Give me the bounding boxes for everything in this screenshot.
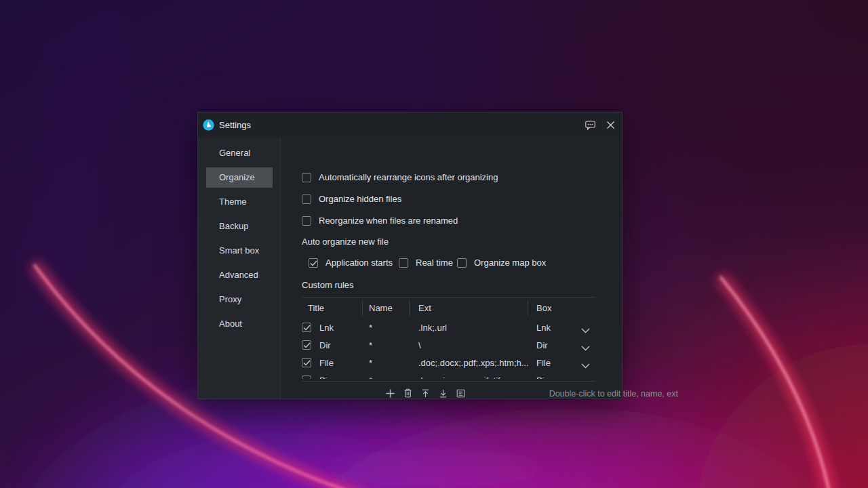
settings-sidebar: General Organize Theme Backup Smart box … <box>198 138 281 399</box>
close-button[interactable] <box>600 113 620 138</box>
table-row-clipped: Pic * .bmp;.jpg;.png;.gif;.tif Pic <box>302 372 595 379</box>
option-reorganize-renamed[interactable]: Reorganize when files are renamed <box>302 216 458 226</box>
table-rows: Lnk * .lnk;.url Lnk Dir * \ Dir File <box>302 319 595 379</box>
rule-box-select[interactable]: Dir <box>536 337 548 354</box>
close-icon <box>606 121 615 129</box>
option-application-starts[interactable]: Application starts <box>309 258 393 268</box>
option-label: Organize hidden files <box>319 194 401 204</box>
option-real-time[interactable]: Real time <box>399 258 453 268</box>
sidebar-item-proxy[interactable]: Proxy <box>198 287 281 312</box>
table-top-border <box>302 297 595 298</box>
rule-name: * <box>369 337 372 354</box>
settings-window: Settings General Organize Theme Backup S… <box>197 112 623 399</box>
feedback-bubble-icon <box>585 119 596 131</box>
rule-enabled-checkbox[interactable] <box>302 358 311 367</box>
sidebar-item-advanced[interactable]: Advanced <box>198 263 281 287</box>
option-label: Real time <box>416 258 453 268</box>
option-label: Automatically rearrange icons after orga… <box>319 172 498 182</box>
rule-box-select[interactable]: File <box>536 354 551 372</box>
rule-enabled-checkbox[interactable] <box>302 323 311 332</box>
rule-box-select[interactable]: Lnk <box>536 319 551 337</box>
column-header-box: Box <box>536 301 551 316</box>
organize-settings-panel: Automatically rearrange icons after orga… <box>281 138 622 399</box>
checkbox[interactable] <box>399 258 408 268</box>
table-row[interactable]: Dir * \ Dir <box>302 337 595 354</box>
sidebar-item-about[interactable]: About <box>198 312 281 336</box>
column-separator <box>409 300 410 316</box>
option-auto-rearrange[interactable]: Automatically rearrange icons after orga… <box>302 172 498 182</box>
option-label: Application starts <box>326 258 393 268</box>
rule-box-select[interactable]: Pic <box>536 372 549 379</box>
option-organize-hidden[interactable]: Organize hidden files <box>302 194 401 204</box>
sidebar-item-smart-box[interactable]: Smart box <box>198 239 281 263</box>
rule-enabled-checkbox[interactable] <box>302 340 311 350</box>
rule-ext: .lnk;.url <box>418 319 447 337</box>
rule-ext: .bmp;.jpg;.png;.gif;.tif <box>418 372 500 379</box>
chevron-down-icon[interactable] <box>581 361 590 371</box>
chevron-down-icon[interactable] <box>581 343 590 353</box>
sidebar-item-general[interactable]: General <box>198 141 281 165</box>
app-logo-icon <box>203 119 214 131</box>
sidebar-item-organize[interactable]: Organize <box>206 167 273 188</box>
rule-name: * <box>369 372 372 379</box>
rule-enabled-checkbox[interactable] <box>302 375 311 379</box>
rule-ext: \ <box>418 337 421 354</box>
rule-title: Dir <box>319 337 331 354</box>
feedback-button[interactable] <box>580 113 600 138</box>
checkbox[interactable] <box>309 258 318 268</box>
column-header-title: Title <box>308 301 324 316</box>
rule-name: * <box>369 354 372 372</box>
rule-title: Pic <box>319 372 332 379</box>
rule-ext: .doc;.docx;.pdf;.xps;.htm;h... <box>418 354 529 372</box>
checkbox[interactable] <box>302 173 311 182</box>
rules-hint-text: Double-click to edit title, name, ext <box>384 389 678 399</box>
table-bottom-border <box>302 381 595 382</box>
window-title: Settings <box>219 120 251 130</box>
checkbox[interactable] <box>457 258 467 268</box>
table-row[interactable]: File * .doc;.docx;.pdf;.xps;.htm;h... Fi… <box>302 354 595 372</box>
column-header-name: Name <box>369 301 393 316</box>
rule-title: Lnk <box>319 319 334 337</box>
auto-organize-section-label: Auto organize new file <box>302 237 389 247</box>
column-separator <box>362 300 363 316</box>
checkbox[interactable] <box>302 195 311 204</box>
option-label: Organize map box <box>474 258 546 268</box>
rule-title: File <box>319 354 334 372</box>
option-label: Reorganize when files are renamed <box>319 216 458 226</box>
title-bar: Settings <box>198 113 622 138</box>
sidebar-item-theme[interactable]: Theme <box>198 190 281 214</box>
chevron-down-icon[interactable] <box>581 325 590 336</box>
option-organize-map-box[interactable]: Organize map box <box>457 258 546 268</box>
table-row[interactable]: Lnk * .lnk;.url Lnk <box>302 319 595 337</box>
column-header-ext: Ext <box>418 301 431 316</box>
rule-name: * <box>369 319 372 337</box>
custom-rules-section-label: Custom rules <box>302 280 354 290</box>
sidebar-item-backup[interactable]: Backup <box>198 214 281 239</box>
table-row[interactable]: Pic * .bmp;.jpg;.png;.gif;.tif Pic <box>302 372 595 379</box>
column-separator <box>528 300 528 316</box>
checkbox[interactable] <box>302 216 311 226</box>
